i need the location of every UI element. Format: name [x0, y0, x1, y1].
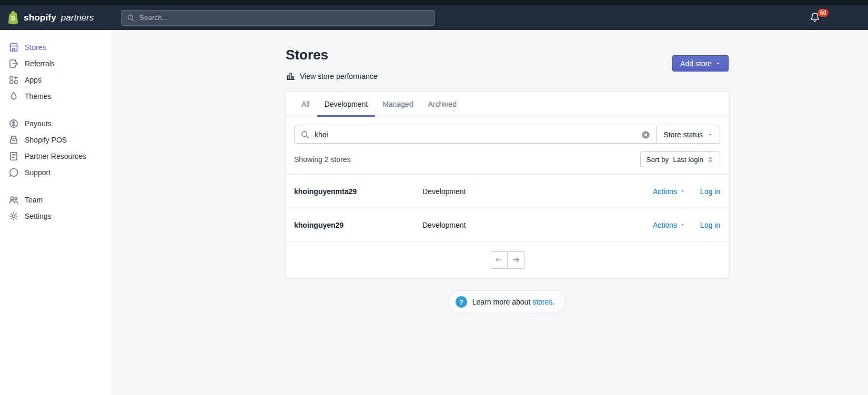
actions-label: Actions	[653, 221, 677, 229]
apps-icon	[8, 75, 19, 85]
global-search[interactable]	[121, 10, 435, 26]
clear-search-button[interactable]	[641, 130, 650, 139]
tab-archived[interactable]: Archived	[420, 92, 463, 117]
sidebar-item-payouts[interactable]: Payouts	[0, 115, 113, 131]
bar-chart-icon	[286, 71, 296, 81]
gear-icon	[8, 211, 19, 221]
help-prefix: Learn more about	[472, 298, 532, 306]
arrow-left-icon	[494, 255, 503, 265]
page-title: Stores	[286, 47, 378, 63]
help-suffix: .	[552, 298, 554, 306]
store-icon	[8, 42, 19, 53]
results-count: Showing 2 stores	[294, 155, 350, 164]
store-type: Development	[422, 187, 653, 196]
help-text: Learn more about stores.	[472, 298, 554, 306]
sidebar-item-stores[interactable]: Stores	[0, 39, 113, 55]
next-page-button[interactable]	[507, 251, 525, 269]
sidebar-item-partner-resources[interactable]: Partner Resources	[0, 148, 113, 164]
shopify-bag-icon: S	[7, 11, 19, 25]
shopify-partners-logo[interactable]: S shopifypartners	[0, 11, 113, 25]
support-icon	[8, 167, 19, 178]
store-row: khoinguyen29 Development Actions Log in	[286, 208, 729, 241]
sort-arrows-icon	[706, 156, 714, 164]
store-row: khoinguyenmta29 Development Actions Log …	[286, 174, 729, 208]
sidebar-item-themes[interactable]: Themes	[0, 88, 113, 104]
shopify-partners-screen: S shopifypartners 50 Stores	[0, 0, 868, 395]
top-header: S shopifypartners 50	[0, 5, 868, 30]
pagination	[286, 241, 729, 278]
themes-icon	[8, 91, 19, 102]
store-search-input[interactable]	[315, 130, 637, 139]
sidebar-item-label: Settings	[25, 212, 52, 220]
actions-label: Actions	[653, 187, 677, 196]
store-type: Development	[422, 221, 653, 229]
chevron-down-icon	[680, 189, 685, 194]
view-store-performance-link[interactable]: View store performance	[286, 71, 378, 81]
sort-value: Last login	[673, 156, 703, 164]
brand-primary: shopify	[24, 13, 56, 23]
sidebar-item-label: Team	[25, 196, 43, 204]
actions-dropdown[interactable]: Actions	[653, 221, 685, 229]
resources-icon	[8, 151, 19, 161]
window-top-strip	[0, 0, 868, 5]
svg-text:S: S	[11, 15, 15, 22]
tab-development[interactable]: Development	[317, 92, 376, 117]
pos-icon	[8, 135, 19, 145]
sidebar-item-label: Themes	[25, 92, 52, 100]
referrals-icon	[8, 58, 19, 69]
log-in-link[interactable]: Log in	[700, 187, 720, 196]
sidebar-item-label: Referrals	[25, 59, 55, 68]
store-name-link[interactable]: khoinguyen29	[294, 221, 422, 229]
sidebar-item-settings[interactable]: Settings	[0, 208, 113, 224]
global-search-input[interactable]	[139, 14, 429, 22]
stores-help-link[interactable]: stores	[532, 298, 552, 306]
payouts-icon	[8, 118, 19, 129]
store-status-dropdown[interactable]: Store status	[656, 126, 720, 144]
store-name-link[interactable]: khoinguyenmta29	[294, 187, 422, 196]
question-mark-icon: ?	[456, 296, 467, 308]
sidebar-item-label: Apps	[25, 76, 42, 84]
sidebar-item-support[interactable]: Support	[0, 164, 113, 180]
log-in-link[interactable]: Log in	[700, 221, 720, 229]
sidebar-item-label: Partner Resources	[25, 152, 86, 160]
search-icon	[300, 130, 310, 139]
chevron-down-icon	[680, 222, 685, 227]
main-content: Stores View store performance Add store	[113, 30, 868, 395]
store-filter-tabs: All Development Managed Archived	[286, 92, 729, 117]
sidebar-item-label: Support	[25, 168, 51, 177]
previous-page-button[interactable]	[490, 251, 508, 269]
chevron-down-icon	[715, 61, 721, 66]
notification-count-badge: 50	[817, 9, 829, 17]
chevron-down-icon	[708, 132, 713, 137]
add-store-label: Add store	[680, 59, 712, 68]
stores-card: All Development Managed Archived	[286, 92, 729, 278]
footer-help: ? Learn more about stores.	[449, 290, 566, 313]
sidebar-item-referrals[interactable]: Referrals	[0, 55, 113, 72]
sort-prefix: Sort by	[646, 156, 669, 164]
brand-secondary: partners	[61, 13, 94, 23]
sort-dropdown[interactable]: Sort by Last login	[640, 151, 720, 167]
circle-cancel-icon	[641, 130, 650, 139]
sidebar-item-label: Shopify POS	[25, 136, 67, 144]
search-icon	[127, 14, 135, 22]
tab-all[interactable]: All	[294, 92, 317, 117]
sidebar: Stores Referrals Apps Themes	[0, 30, 113, 395]
sidebar-item-label: Stores	[25, 43, 46, 52]
store-status-label: Store status	[663, 130, 703, 139]
store-search-field[interactable]	[294, 126, 657, 144]
sidebar-item-shopify-pos[interactable]: Shopify POS	[0, 131, 113, 148]
sidebar-item-apps[interactable]: Apps	[0, 72, 113, 88]
team-icon	[8, 195, 19, 205]
notifications-button[interactable]: 50	[809, 12, 822, 24]
arrow-right-icon	[511, 255, 521, 265]
tab-managed[interactable]: Managed	[375, 92, 420, 117]
view-store-performance-label: View store performance	[300, 72, 378, 80]
add-store-button[interactable]: Add store	[672, 55, 729, 72]
actions-dropdown[interactable]: Actions	[653, 187, 685, 196]
sidebar-item-label: Payouts	[25, 119, 52, 128]
sidebar-item-team[interactable]: Team	[0, 191, 113, 208]
